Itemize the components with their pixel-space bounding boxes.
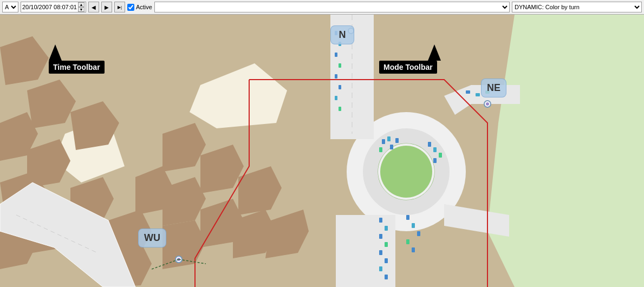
toolbar: A 20/10/2007 08:07:01 ▲ ▼ ◀ ▶ ▶| Active … bbox=[0, 0, 644, 15]
svg-rect-67 bbox=[466, 90, 470, 94]
mode-toolbar-label: Mode Toolbar bbox=[379, 61, 437, 74]
node-ne-label: NE bbox=[481, 79, 506, 97]
svg-rect-46 bbox=[387, 136, 391, 141]
svg-rect-62 bbox=[385, 242, 388, 247]
spin-up[interactable]: ▲ bbox=[78, 2, 84, 7]
svg-rect-34 bbox=[336, 215, 376, 287]
svg-rect-58 bbox=[412, 247, 415, 252]
svg-rect-39 bbox=[335, 53, 337, 57]
svg-rect-57 bbox=[406, 239, 409, 244]
svg-rect-61 bbox=[379, 234, 382, 239]
svg-rect-42 bbox=[339, 85, 341, 89]
node-n-label: N bbox=[330, 25, 354, 44]
mode-toolbar-annotation: Mode Toolbar bbox=[379, 44, 441, 61]
svg-rect-54 bbox=[406, 215, 409, 220]
datetime-display: 20/10/2007 08:07:01 ▲ ▼ bbox=[21, 2, 86, 12]
nav-last-button[interactable]: ▶| bbox=[114, 2, 125, 12]
svg-rect-40 bbox=[339, 63, 341, 68]
svg-rect-63 bbox=[379, 250, 382, 255]
svg-rect-55 bbox=[412, 223, 415, 228]
svg-rect-59 bbox=[379, 218, 382, 223]
map-area[interactable]: Time Toolbar Mode Toolbar N NE WU bbox=[0, 15, 644, 287]
node-wu-label: WU bbox=[138, 229, 166, 247]
svg-rect-66 bbox=[385, 275, 388, 279]
datetime-spinner[interactable]: ▲ ▼ bbox=[78, 2, 84, 12]
svg-point-29 bbox=[380, 146, 432, 198]
svg-rect-51 bbox=[433, 147, 437, 152]
svg-rect-50 bbox=[428, 142, 431, 147]
svg-rect-65 bbox=[379, 266, 382, 271]
nav-play-button[interactable]: ▶ bbox=[101, 2, 112, 12]
svg-rect-43 bbox=[335, 96, 337, 100]
svg-rect-45 bbox=[382, 139, 385, 144]
active-checkbox[interactable] bbox=[127, 4, 134, 11]
svg-rect-64 bbox=[385, 258, 388, 263]
nav-first-button[interactable]: ◀ bbox=[88, 2, 99, 12]
active-checkbox-label: Active bbox=[127, 4, 152, 11]
time-toolbar-label: Time Toolbar bbox=[49, 61, 105, 74]
svg-point-71 bbox=[486, 102, 489, 106]
svg-rect-47 bbox=[379, 147, 382, 152]
svg-rect-48 bbox=[390, 145, 393, 149]
datetime-value: 20/10/2007 08:07:01 bbox=[22, 4, 77, 10]
time-toolbar-annotation: Time Toolbar bbox=[49, 44, 62, 61]
svg-rect-53 bbox=[433, 158, 437, 163]
svg-rect-44 bbox=[339, 107, 341, 111]
svg-rect-41 bbox=[335, 74, 337, 79]
svg-rect-60 bbox=[385, 226, 388, 231]
svg-marker-1 bbox=[487, 15, 644, 287]
map-svg bbox=[0, 15, 644, 287]
svg-rect-56 bbox=[417, 231, 420, 236]
main-dropdown[interactable] bbox=[154, 2, 510, 12]
active-label: Active bbox=[136, 4, 152, 10]
spin-down[interactable]: ▼ bbox=[78, 7, 84, 12]
dynamic-dropdown[interactable]: DYNAMIC: Color by turn bbox=[512, 2, 642, 12]
svg-rect-49 bbox=[395, 138, 399, 143]
svg-rect-52 bbox=[439, 153, 442, 158]
svg-rect-68 bbox=[476, 93, 480, 96]
mode-select[interactable]: A bbox=[2, 2, 18, 12]
